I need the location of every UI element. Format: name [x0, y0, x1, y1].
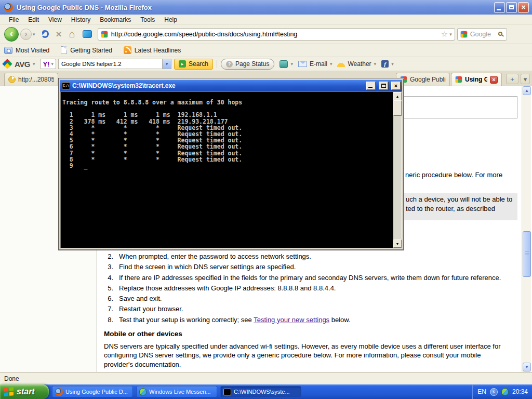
menu-tools[interactable]: Tools: [136, 15, 159, 24]
taskbar-item-firefox[interactable]: Using Google Public D...: [52, 386, 133, 397]
bookmark-star-icon[interactable]: ☆: [441, 30, 448, 39]
close-icon: ×: [518, 3, 528, 12]
language-indicator[interactable]: EN: [477, 388, 486, 395]
testing-settings-link[interactable]: Testing your new settings: [254, 316, 329, 324]
system-tray: EN ‹ 20:34: [472, 384, 532, 399]
bookmark-most-visited[interactable]: Most Visited: [4, 47, 49, 54]
tab-3-active[interactable]: Using G... ×: [451, 73, 502, 86]
clock: 20:34: [512, 388, 528, 395]
list-item: 7.Restart your browser.: [104, 304, 520, 314]
console-scroll-down-button[interactable]: ▼: [393, 240, 402, 248]
rss-icon: [124, 46, 131, 54]
scroll-thumb[interactable]: [523, 231, 531, 277]
home-button[interactable]: ⌂: [69, 28, 75, 40]
minimize-button[interactable]: [494, 2, 505, 13]
console-minimize-button[interactable]: [366, 82, 376, 90]
console-scroll-up-button[interactable]: ▲: [393, 92, 402, 100]
bookmark-getting-started[interactable]: Getting Started: [61, 46, 112, 54]
console-maximize-button[interactable]: [379, 82, 388, 90]
section-paragraph: DNS servers are typically specified unde…: [104, 342, 507, 369]
console-window[interactable]: C:\ C:\WINDOWS\system32\tracert.exe × Tr…: [58, 78, 404, 250]
menu-edit[interactable]: Edit: [23, 15, 44, 24]
desktop: Using Google Public DNS - Mozilla Firefo…: [0, 0, 532, 399]
taskbar-item-messenger[interactable]: Windows Live Messen...: [136, 386, 217, 397]
console-body: Tracing route to 8.8.8.8 over a maximum …: [60, 91, 402, 248]
messenger-tray-icon[interactable]: [501, 388, 509, 395]
yahoo-icon: Y!: [43, 60, 49, 68]
list-item: 3.Find the screen in which DNS server se…: [104, 262, 520, 272]
hide-icons-button[interactable]: ‹: [490, 388, 498, 396]
navigation-toolbar: ‹ › ▾ × ⌂ ☆ ▾: [0, 25, 532, 44]
taskbar: start Using Google Public D... Windows L…: [0, 384, 532, 399]
list-item: 2.When prompted, enter the password to a…: [104, 251, 520, 262]
search-bar[interactable]: [457, 28, 507, 41]
console-title: C:\WINDOWS\system32\tracert.exe: [72, 82, 363, 89]
url-input[interactable]: [111, 31, 440, 38]
extension-icon: [83, 30, 92, 38]
stop-button[interactable]: ×: [56, 29, 62, 40]
console-scroll-thumb[interactable]: [393, 100, 402, 116]
search-input[interactable]: [470, 31, 496, 38]
minimize-icon: [497, 9, 501, 10]
list-item: 4.If there are IP addresses specified in…: [104, 273, 520, 283]
yahoo-provider-button[interactable]: Y! ▾: [40, 59, 56, 69]
console-output[interactable]: Tracing route to 8.8.8.8 over a maximum …: [61, 92, 393, 248]
close-button[interactable]: ×: [518, 2, 529, 13]
question-icon: ?: [226, 61, 233, 68]
url-dropdown[interactable]: ▾: [449, 32, 452, 37]
list-item: 5.Replace those addresses with Google IP…: [104, 283, 520, 294]
instruction-list: 2.When prompted, enter the password to a…: [104, 251, 520, 325]
extension-button[interactable]: [83, 30, 92, 38]
avg-search-input[interactable]: [59, 61, 162, 67]
console-close-button[interactable]: ×: [391, 82, 401, 90]
go-arrow-icon: ▸: [179, 60, 186, 68]
page-status-button[interactable]: ? Page Status: [221, 59, 274, 70]
scroll-down-button[interactable]: ▼: [523, 363, 531, 371]
most-visited-icon: [4, 47, 12, 54]
toolbar-separator: [217, 60, 217, 68]
avg-search-history-dropdown[interactable]: ▾: [162, 59, 171, 69]
window-controls: ×: [494, 2, 529, 13]
firefox-icon: [4, 3, 13, 12]
start-button[interactable]: start: [0, 384, 49, 399]
avg-extra-icon: [280, 60, 288, 68]
maximize-icon: [381, 84, 386, 88]
avg-search-field[interactable]: ▾: [58, 59, 171, 69]
taskbar-item-console[interactable]: C:\WINDOWS\syste...: [220, 386, 301, 397]
back-button[interactable]: ‹: [4, 27, 19, 42]
console-scrollbar[interactable]: ▲ ▼: [393, 92, 402, 248]
restore-icon: [509, 5, 514, 9]
browser-scrollbar[interactable]: ▲ ▼: [522, 86, 531, 372]
menu-history[interactable]: History: [66, 15, 95, 24]
avg-menu-button[interactable]: AVG ▾: [3, 60, 35, 69]
menu-bar: File Edit View History Bookmarks Tools H…: [0, 15, 532, 25]
facebook-button[interactable]: f ▾: [381, 60, 394, 68]
avg-search-button[interactable]: ▸ Search: [174, 59, 213, 70]
status-bar: Done: [0, 372, 532, 384]
page-icon: [61, 46, 67, 54]
history-dropdown[interactable]: ▾: [33, 32, 35, 37]
refresh-icon: [41, 30, 49, 38]
bookmarks-toolbar: Most Visited Getting Started Latest Head…: [0, 44, 532, 57]
menu-file[interactable]: File: [4, 15, 23, 24]
bookmark-latest-headlines[interactable]: Latest Headlines: [124, 46, 181, 54]
email-icon: [298, 61, 307, 67]
new-tab-button[interactable]: +: [506, 74, 518, 84]
menu-help[interactable]: Help: [159, 15, 182, 24]
tab-close-button[interactable]: ×: [490, 76, 498, 84]
search-magnifier-icon[interactable]: [498, 32, 502, 36]
avg-extra-button[interactable]: ▾: [280, 60, 293, 68]
weather-button[interactable]: Weather ▾: [337, 60, 376, 68]
email-button[interactable]: E-mail ▾: [298, 60, 332, 68]
status-text: Done: [4, 375, 19, 382]
scroll-up-button[interactable]: ▲: [523, 86, 531, 95]
menu-bookmarks[interactable]: Bookmarks: [95, 15, 136, 24]
tab-1[interactable]: http:/...208052: [4, 73, 58, 86]
restore-button[interactable]: [506, 2, 517, 13]
console-titlebar[interactable]: C:\ C:\WINDOWS\system32\tracert.exe ×: [60, 80, 402, 91]
tab-list-button[interactable]: ▾: [521, 74, 530, 84]
refresh-button[interactable]: [41, 30, 49, 38]
menu-view[interactable]: View: [44, 15, 66, 24]
forward-button[interactable]: ›: [20, 29, 32, 40]
url-bar[interactable]: ☆ ▾: [98, 28, 455, 41]
